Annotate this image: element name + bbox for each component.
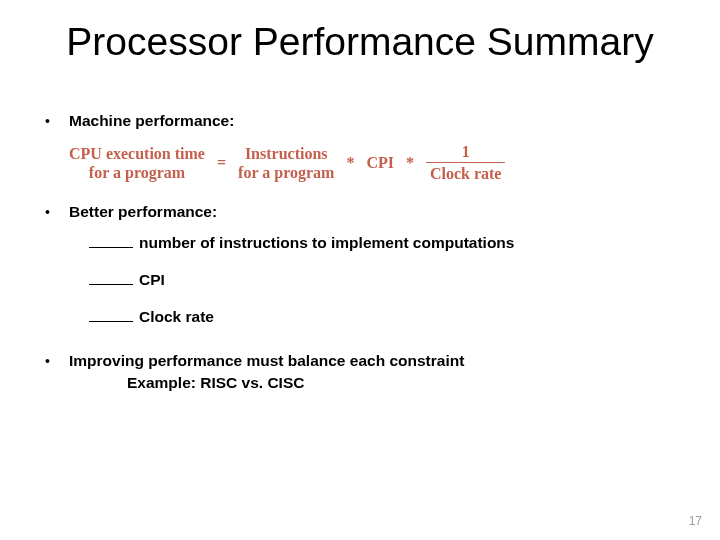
blank-item-clockrate: Clock rate <box>89 307 690 326</box>
eq-term-instructions: Instructions for a program <box>238 144 334 182</box>
eq-term1-line1: Instructions <box>238 144 334 163</box>
blank-item-cpi: CPI <box>89 270 690 289</box>
slide-body: • Machine performance: CPU execution tim… <box>45 110 690 402</box>
eq-lhs: CPU execution time for a program <box>69 144 205 182</box>
blank-list: number of instructions to implement comp… <box>89 233 690 326</box>
bullet-text: Improving performance must balance each … <box>69 350 464 372</box>
slide: Processor Performance Summary • Machine … <box>0 0 720 540</box>
blank-label: number of instructions to implement comp… <box>139 234 514 252</box>
blank-label: CPI <box>139 271 165 289</box>
bullet-text: Machine performance: <box>69 110 234 132</box>
eq-frac-num: 1 <box>458 142 474 162</box>
slide-title: Processor Performance Summary <box>0 20 720 64</box>
bullet-sub-text: Example: RISC vs. CISC <box>127 372 464 394</box>
bullet-text: Better performance: <box>69 201 217 223</box>
eq-frac-den: Clock rate <box>426 162 506 183</box>
eq-equals: = <box>205 154 238 172</box>
page-number: 17 <box>689 514 702 528</box>
eq-star2: * <box>394 154 426 172</box>
bullet-dot-icon: • <box>45 201 69 223</box>
eq-star1: * <box>334 154 366 172</box>
eq-lhs-line1: CPU execution time <box>69 144 205 163</box>
bullet-better-performance: • Better performance: <box>45 201 690 223</box>
eq-lhs-line2: for a program <box>69 163 205 182</box>
cpu-time-equation: CPU execution time for a program = Instr… <box>69 142 690 183</box>
bullet-dot-icon: • <box>45 110 69 132</box>
blank-line <box>89 307 133 322</box>
eq-term1-line2: for a program <box>238 163 334 182</box>
eq-term-cpi: CPI <box>366 153 394 172</box>
blank-line <box>89 233 133 248</box>
bullet-improving-performance: • Improving performance must balance eac… <box>45 350 690 394</box>
bullet-dot-icon: • <box>45 350 69 372</box>
blank-line <box>89 270 133 285</box>
blank-item-instructions: number of instructions to implement comp… <box>89 233 690 252</box>
bullet-machine-performance: • Machine performance: <box>45 110 690 132</box>
eq-term-clockrate-frac: 1 Clock rate <box>426 142 506 183</box>
blank-label: Clock rate <box>139 308 214 326</box>
